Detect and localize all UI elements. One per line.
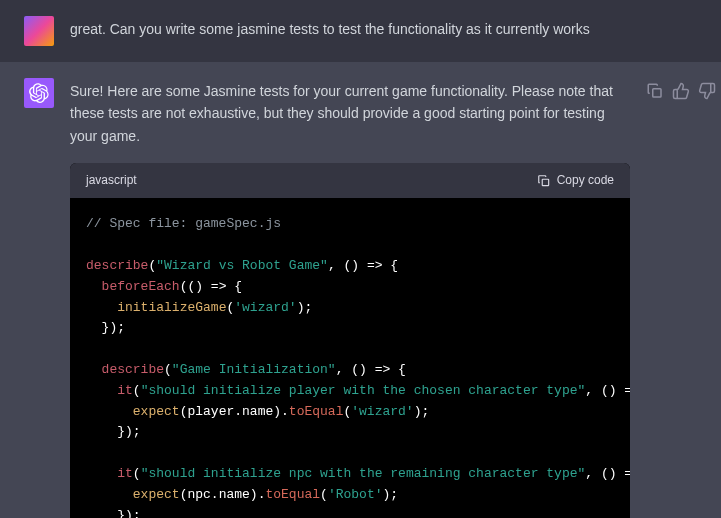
clipboard-icon (646, 82, 664, 100)
code-header: javascript Copy code (70, 163, 630, 198)
user-message-text: great. Can you write some jasmine tests … (70, 16, 630, 46)
user-avatar (24, 16, 54, 46)
copy-message-button[interactable] (646, 82, 664, 100)
user-message: great. Can you write some jasmine tests … (0, 0, 721, 62)
thumbs-down-button[interactable] (698, 82, 716, 100)
thumbs-up-button[interactable] (672, 82, 690, 100)
thumbs-down-icon (698, 82, 716, 100)
code-block: javascript Copy code // Spec file: gameS… (70, 163, 630, 518)
svg-rect-0 (542, 179, 548, 185)
code-comment: // Spec file: gameSpec.js (86, 216, 281, 231)
assistant-message: Sure! Here are some Jasmine tests for yo… (0, 62, 721, 518)
thumbs-up-icon (672, 82, 690, 100)
code-lang-label: javascript (86, 171, 137, 190)
message-actions (646, 78, 716, 518)
clipboard-icon (537, 174, 551, 188)
copy-code-button[interactable]: Copy code (537, 171, 614, 190)
assistant-message-text: Sure! Here are some Jasmine tests for yo… (70, 80, 630, 147)
code-body: // Spec file: gameSpec.js describe("Wiza… (70, 198, 630, 518)
copy-code-label: Copy code (557, 171, 614, 190)
assistant-content: Sure! Here are some Jasmine tests for yo… (70, 78, 630, 518)
svg-rect-1 (653, 89, 661, 97)
assistant-avatar (24, 78, 54, 108)
